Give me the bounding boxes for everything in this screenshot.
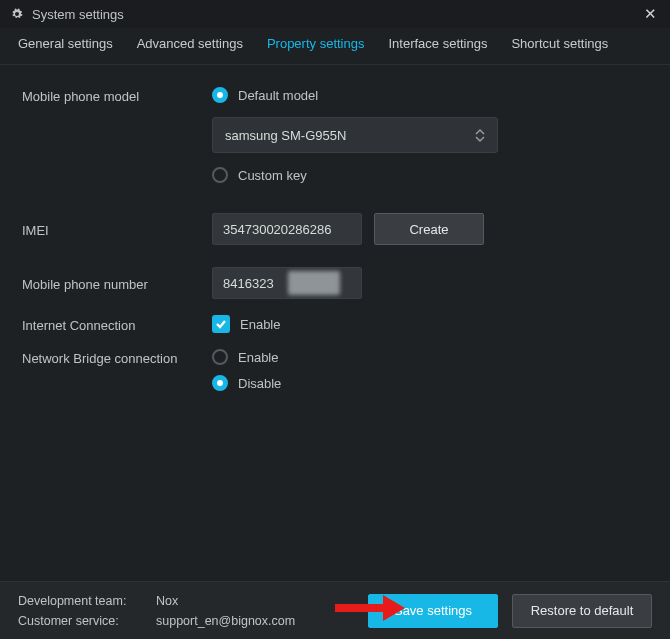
label-model: Mobile phone model [22,87,212,104]
model-dropdown-value: samsung SM-G955N [225,128,346,143]
internet-enable-label: Enable [240,317,280,332]
main-panel: Mobile phone model Default model samsung… [0,65,670,565]
imei-input[interactable] [212,213,362,245]
radio-default-model[interactable]: Default model [212,87,480,103]
cs-value: support_en@bignox.com [156,614,295,628]
model-dropdown[interactable]: samsung SM-G955N [212,117,498,153]
radio-custom-key[interactable]: Custom key [212,167,480,183]
tab-property[interactable]: Property settings [263,34,369,59]
phone-input[interactable] [212,267,362,299]
radio-bridge-disable[interactable]: Disable [212,375,281,391]
window-title: System settings [32,7,124,22]
radio-bridge-disable-label: Disable [238,376,281,391]
check-icon [212,315,230,333]
dev-team-label: Development team: [18,594,146,608]
radio-bridge-enable[interactable]: Enable [212,349,281,365]
tabs: General settings Advanced settings Prope… [0,28,670,65]
radio-bridge-enable-label: Enable [238,350,278,365]
tab-interface[interactable]: Interface settings [384,34,491,59]
label-phone: Mobile phone number [22,275,212,292]
radio-custom-key-label: Custom key [238,168,307,183]
label-bridge: Network Bridge connection [22,349,212,366]
radio-dot-icon [212,167,228,183]
tab-advanced[interactable]: Advanced settings [133,34,247,59]
radio-dot-icon [212,87,228,103]
internet-enable-checkbox[interactable]: Enable [212,315,280,333]
close-icon[interactable]: ✕ [640,4,660,24]
radio-default-model-label: Default model [238,88,318,103]
radio-dot-icon [212,375,228,391]
radio-dot-icon [212,349,228,365]
chevron-updown-icon [475,129,485,142]
footer: Development team: Nox Customer service: … [0,581,670,639]
dev-team-value: Nox [156,594,178,608]
tab-shortcut[interactable]: Shortcut settings [507,34,612,59]
titlebar: System settings ✕ [0,0,670,28]
create-imei-button[interactable]: Create [374,213,484,245]
restore-button[interactable]: Restore to default [512,594,652,628]
label-internet: Internet Connection [22,316,212,333]
cs-label: Customer service: [18,614,146,628]
label-imei: IMEI [22,221,212,238]
footer-meta: Development team: Nox Customer service: … [18,594,295,628]
gear-icon [10,7,24,21]
tab-general[interactable]: General settings [14,34,117,59]
save-button[interactable]: Save settings [368,594,498,628]
